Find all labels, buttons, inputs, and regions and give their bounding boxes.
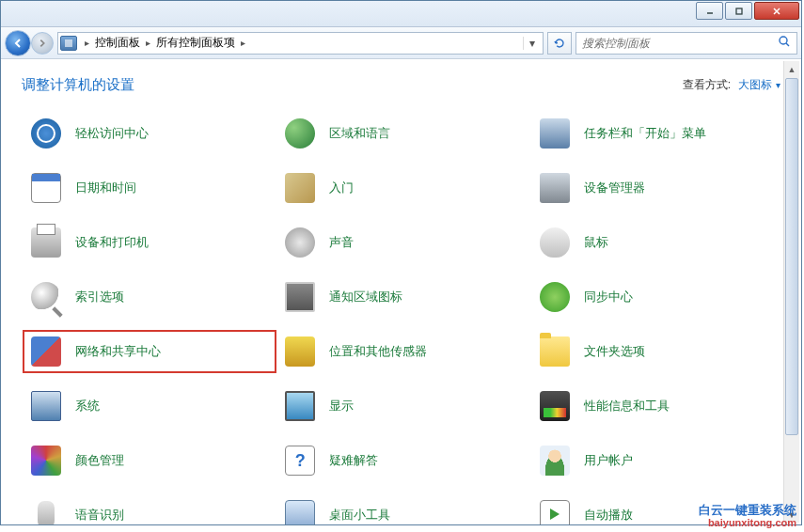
view-mode-dropdown[interactable]: 大图标 — [738, 77, 780, 93]
item-label: 设备和打印机 — [75, 234, 149, 251]
item-display[interactable]: 显示 — [281, 387, 526, 425]
ease-of-access-icon — [30, 117, 62, 149]
item-label: 鼠标 — [584, 234, 608, 251]
breadcrumb-seg-1[interactable]: 控制面板 — [93, 35, 142, 51]
breadcrumb-seg-2[interactable]: 所有控制面板项 — [154, 35, 237, 51]
svg-rect-4 — [65, 39, 72, 47]
content-area: 调整计算机的设置 查看方式: 大图标 轻松访问中心区域和语言任务栏和「开始」菜单… — [1, 59, 801, 524]
navbar: ▸ 控制面板 ▸ 所有控制面板项 ▸ ▾ — [1, 27, 801, 59]
view-mode-label: 查看方式: — [683, 77, 731, 93]
item-label: 网络和共享中心 — [75, 343, 161, 360]
item-notification-icons[interactable]: 通知区域图标 — [281, 278, 526, 316]
location-sensors-icon — [284, 336, 316, 368]
maximize-button[interactable] — [725, 2, 752, 20]
speech-icon — [30, 499, 62, 524]
item-label: 疑难解答 — [329, 452, 378, 469]
watermark-line1: 白云一键重装系统 — [699, 504, 796, 517]
item-device-manager[interactable]: 设备管理器 — [536, 169, 780, 207]
item-troubleshoot[interactable]: 疑难解答 — [281, 442, 526, 479]
control-panel-icon — [60, 36, 77, 51]
item-system[interactable]: 系统 — [27, 387, 272, 425]
svg-rect-1 — [736, 8, 742, 14]
item-network-sharing[interactable]: 网络和共享中心 — [23, 330, 276, 373]
autoplay-icon — [539, 499, 571, 524]
item-label: 显示 — [329, 398, 354, 415]
chevron-right-icon: ▸ — [81, 38, 93, 48]
item-label: 索引选项 — [75, 289, 124, 305]
troubleshoot-icon — [284, 445, 316, 477]
item-label: 入门 — [329, 180, 354, 196]
page-title: 调整计算机的设置 — [22, 76, 134, 94]
item-label: 桌面小工具 — [329, 507, 390, 524]
indexing-icon — [30, 281, 62, 313]
chevron-right-icon: ▸ — [237, 38, 249, 48]
item-mouse[interactable]: 鼠标 — [536, 224, 780, 261]
watermark-line2: baiyunxitong.com — [699, 517, 796, 528]
taskbar-start-icon — [539, 117, 571, 149]
item-region-language[interactable]: 区域和语言 — [281, 115, 526, 152]
display-icon — [284, 390, 316, 422]
forward-button[interactable] — [31, 32, 54, 55]
item-location-sensors[interactable]: 位置和其他传感器 — [281, 333, 526, 370]
network-sharing-icon — [30, 336, 62, 368]
item-sound[interactable]: 声音 — [281, 224, 526, 261]
item-gadgets[interactable]: 桌面小工具 — [281, 496, 526, 524]
item-speech[interactable]: 语音识别 — [27, 496, 272, 524]
region-language-icon — [284, 117, 316, 149]
item-label: 语音识别 — [75, 507, 124, 524]
item-label: 用户帐户 — [584, 452, 633, 469]
back-button[interactable] — [5, 30, 31, 56]
item-taskbar-start[interactable]: 任务栏和「开始」菜单 — [536, 115, 780, 152]
item-label: 任务栏和「开始」菜单 — [584, 125, 706, 142]
control-panel-window: ▸ 控制面板 ▸ 所有控制面板项 ▸ ▾ 调整计算机的设置 查看方式: 大图标 … — [0, 0, 802, 525]
item-label: 系统 — [75, 398, 100, 415]
devices-printers-icon — [30, 227, 62, 258]
item-ease-of-access[interactable]: 轻松访问中心 — [27, 115, 272, 152]
search-input[interactable] — [582, 37, 778, 50]
sync-center-icon — [539, 281, 571, 313]
item-sync-center[interactable]: 同步中心 — [536, 278, 780, 316]
performance-icon — [539, 390, 571, 422]
user-accounts-icon — [539, 445, 571, 477]
item-label: 轻松访问中心 — [75, 125, 149, 142]
item-label: 同步中心 — [584, 289, 633, 305]
date-time-icon — [30, 172, 62, 204]
scrollbar-thumb[interactable] — [785, 78, 798, 435]
notification-icons-icon — [284, 281, 316, 313]
item-folder-options[interactable]: 文件夹选项 — [536, 333, 780, 370]
scrollbar[interactable]: ▲ ▼ — [783, 61, 799, 523]
search-icon — [778, 35, 791, 51]
scroll-up-icon[interactable]: ▲ — [784, 61, 799, 77]
color-mgmt-icon — [30, 445, 62, 477]
item-label: 文件夹选项 — [584, 343, 645, 360]
getting-started-icon — [284, 172, 316, 204]
breadcrumb-dropdown[interactable]: ▾ — [523, 37, 541, 50]
item-color-mgmt[interactable]: 颜色管理 — [27, 442, 272, 479]
system-icon — [30, 390, 62, 422]
item-label: 自动播放 — [584, 507, 633, 524]
item-label: 通知区域图标 — [329, 289, 402, 305]
minimize-button[interactable] — [696, 2, 723, 20]
item-getting-started[interactable]: 入门 — [281, 169, 526, 207]
titlebar — [1, 1, 801, 27]
item-label: 区域和语言 — [329, 125, 390, 142]
chevron-right-icon: ▸ — [142, 38, 154, 48]
close-button[interactable] — [754, 2, 799, 20]
item-devices-printers[interactable]: 设备和打印机 — [27, 224, 272, 261]
item-indexing[interactable]: 索引选项 — [27, 278, 272, 316]
item-performance[interactable]: 性能信息和工具 — [536, 387, 780, 425]
gadgets-icon — [284, 499, 316, 524]
items-grid: 轻松访问中心区域和语言任务栏和「开始」菜单日期和时间入门设备管理器设备和打印机声… — [22, 115, 780, 524]
device-manager-icon — [539, 172, 571, 204]
item-user-accounts[interactable]: 用户帐户 — [536, 442, 780, 479]
watermark: 白云一键重装系统 baiyunxitong.com — [699, 504, 796, 528]
mouse-icon — [539, 227, 571, 258]
item-label: 性能信息和工具 — [584, 398, 670, 415]
breadcrumb[interactable]: ▸ 控制面板 ▸ 所有控制面板项 ▸ ▾ — [57, 32, 544, 55]
item-label: 声音 — [329, 234, 354, 251]
item-label: 设备管理器 — [584, 180, 645, 196]
item-date-time[interactable]: 日期和时间 — [27, 169, 272, 207]
search-box[interactable] — [575, 32, 797, 55]
refresh-button[interactable] — [547, 32, 572, 55]
sound-icon — [284, 227, 316, 258]
